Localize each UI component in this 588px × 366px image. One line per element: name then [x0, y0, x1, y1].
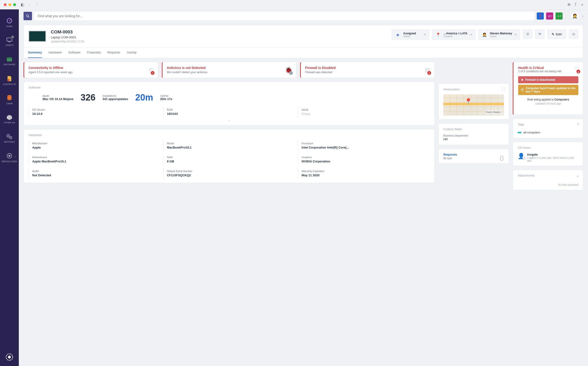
tags-card: Tags ✎ all-computers	[513, 119, 583, 138]
alert-button[interactable]: ❗	[537, 13, 544, 20]
installations-sub: 341 apps/updates	[103, 97, 128, 101]
edit-icon[interactable]: ✎	[470, 33, 473, 37]
database-icon	[7, 95, 12, 101]
collapse-handle[interactable]: ▴	[29, 117, 430, 122]
download-icon[interactable]: ⊕	[567, 2, 571, 7]
status-sub: Firewall was detected	[305, 71, 430, 74]
owner-label: Owner	[490, 35, 512, 38]
map-pin-icon: 📍	[435, 31, 441, 38]
status-title: Firewall is Disabled	[305, 66, 430, 70]
monitor-action-button[interactable]: 🖥	[523, 30, 532, 39]
os-vendor: Apple	[43, 94, 74, 97]
share-icon[interactable]: ⤴	[574, 2, 576, 7]
status-label: Status	[403, 35, 416, 38]
heartbeat-icon: ♡ ▲	[574, 66, 579, 72]
antivirus-status-card: Antivirus is not Detected We couldn't de…	[162, 62, 296, 78]
error-badge-icon: ✕	[427, 71, 431, 75]
traffic-lights	[4, 3, 16, 6]
hardware-card: Hardware ManufacturerApple ModelMacBookP…	[23, 129, 435, 183]
edit-icon[interactable]: ✎	[514, 33, 517, 37]
edit-icon: ✎	[552, 32, 554, 36]
custom-field-value: HR	[443, 137, 504, 141]
settings-action-button[interactable]: ⚙	[569, 30, 578, 39]
person-icon: 🤵	[572, 13, 577, 19]
user-avatar[interactable]: 🤵	[571, 12, 579, 20]
field-audio: AudioNot Detected	[29, 168, 160, 179]
maximize-window-icon[interactable]	[13, 3, 16, 6]
sidebar-item-assets[interactable]: 5 ASSETS	[0, 32, 19, 52]
os-users-title: OS Users	[518, 146, 578, 149]
tag-button[interactable]: 🏷	[546, 13, 553, 20]
status-title: Connectivity is Offline	[29, 66, 154, 70]
sidebar-item-cmdb[interactable]: CMDB	[0, 90, 19, 109]
sidebar-label: ASSETS	[5, 44, 14, 46]
owner-card[interactable]: 🤵 Steven Mahoney Owner ✎	[478, 30, 520, 40]
field-motherboard: MotherboardApple MacBookPro10,1	[29, 154, 160, 165]
asset-updated: Updated May 24 2022, 17:24	[51, 40, 84, 43]
edit-icon[interactable]: ✎	[577, 122, 580, 126]
search-input[interactable]	[34, 12, 534, 20]
back-icon[interactable]: 〈	[34, 2, 38, 7]
search-button[interactable]	[23, 12, 32, 20]
location-card[interactable]: 📍 ...America > LATA Location ✎	[432, 30, 475, 40]
add-attachment-icon[interactable]: ＋	[575, 173, 580, 179]
chevron-right-icon: ›	[15, 155, 16, 158]
plus-icon: ＋	[557, 14, 560, 18]
add-button[interactable]: ＋▾	[556, 13, 563, 20]
tag-chip[interactable]: all-computers	[518, 131, 540, 134]
tab-hardware[interactable]: Hardware	[48, 47, 62, 58]
location-value: ...America > LATA	[444, 32, 467, 35]
status-card[interactable]: ◈ Assigned Status ✎	[392, 30, 429, 40]
service-desk-icon	[6, 153, 13, 159]
owner-value: Steven Mahoney	[490, 32, 512, 35]
sidebar: HOME 5 ASSETS SOFTWARE CONTRACTS CMDB	[0, 9, 19, 366]
chevron-down-icon: ▾	[560, 15, 561, 17]
os-name: Mac OS 10.14 Mojave	[43, 97, 74, 101]
attachments-empty: No files uploaded	[518, 183, 578, 186]
sidebar-item-other-cis[interactable]: OTHER CIs	[0, 109, 19, 129]
custom-field-label: Business Department	[443, 134, 504, 137]
gears-icon	[6, 134, 13, 139]
info-icon: ⓘ	[521, 88, 524, 92]
svg-rect-4	[7, 57, 12, 58]
chevron-down-icon[interactable]: ▾	[582, 15, 583, 17]
flag-icon: ⚑	[538, 32, 541, 37]
map[interactable]: 📍 Puerto Madero	[443, 94, 504, 115]
user-icon: 👤	[518, 153, 525, 159]
window-chrome: ◧ ⌄ 〈 ⊕ ⤴ ＋	[0, 0, 588, 9]
minus-badge-icon: −	[289, 71, 293, 75]
tag-icon: 🏷	[548, 14, 551, 18]
sidebar-item-service-desk[interactable]: SERVICE DESK ›	[0, 148, 19, 167]
requests-sub: By type	[443, 157, 504, 160]
edit-icon[interactable]: ✎	[424, 33, 426, 37]
field-processor: ProcessorIntel Corporation Intel(R) Core…	[298, 140, 430, 151]
sidebar-item-software[interactable]: SOFTWARE	[0, 52, 19, 71]
tags-title: Tags	[518, 123, 578, 126]
flag-action-button[interactable]: ⚑	[535, 30, 544, 39]
edit-button[interactable]: ✎ Edit	[547, 30, 566, 39]
requests-title[interactable]: Requests	[443, 153, 504, 156]
map-pin-icon: 📍	[464, 98, 472, 105]
sidebar-item-contracts[interactable]: CONTRACTS	[0, 71, 19, 90]
tab-requests[interactable]: Requests	[107, 47, 120, 58]
tab-software[interactable]: Software	[68, 47, 81, 58]
tab-financials[interactable]: Financials	[87, 47, 101, 58]
expand-icon[interactable]: ⛶	[502, 88, 505, 91]
sidebar-toggle-icon[interactable]: ◧	[21, 2, 24, 7]
os-user-desc: Logged in a year ago. Seen active a year…	[527, 156, 578, 162]
tab-activity[interactable]: Activity	[127, 47, 136, 58]
sidebar-item-home[interactable]: HOME	[0, 13, 19, 32]
sidebar-label: CMDB	[6, 102, 13, 105]
tab-summary[interactable]: Summary	[28, 47, 42, 58]
collapse-handle[interactable]: ⌄	[518, 107, 578, 111]
location-label: Location	[444, 35, 467, 38]
sidebar-item-settings[interactable]: SETTINGS	[0, 129, 19, 148]
health-rule-updated: Updated 14 hours ago	[518, 102, 578, 105]
new-tab-icon[interactable]: ＋	[580, 2, 584, 7]
minimize-window-icon[interactable]	[8, 3, 11, 6]
chevron-down-icon[interactable]: ⌄	[28, 3, 30, 6]
field-graphics: GraphicsNVIDIA Corporation	[298, 154, 430, 165]
field-os-version: OS Version 10.14.6	[29, 107, 160, 117]
svg-point-5	[8, 79, 10, 81]
close-window-icon[interactable]	[4, 3, 7, 6]
